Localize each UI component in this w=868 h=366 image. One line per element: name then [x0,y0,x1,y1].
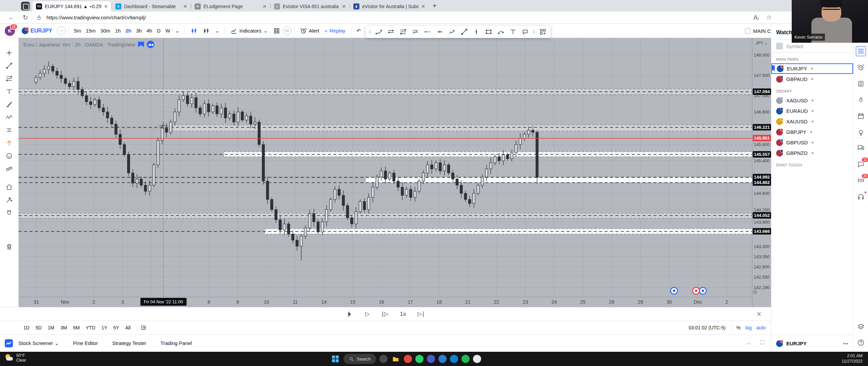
trend-line-icon[interactable] [4,60,15,71]
drag-handle-icon[interactable] [532,27,536,37]
taskbar-notepad-icon[interactable] [473,355,481,363]
axis-currency-label[interactable]: JPY ⌄ [752,41,771,45]
taskbar-spotify-icon[interactable] [461,355,470,363]
parallel-lines-icon[interactable] [385,27,397,37]
fundamentals-button[interactable]: W [283,26,292,35]
collapse-panel-icon[interactable]: ︿ [746,340,752,347]
range-5d[interactable]: 5D [33,324,45,332]
screener-logo-icon[interactable] [5,339,13,347]
taskbar-whatsapp-icon[interactable] [415,355,423,363]
candles-style-icon[interactable] [188,26,200,36]
calendar-icon[interactable] [856,111,866,121]
pattern-icon[interactable] [4,112,15,123]
interval-1h[interactable]: 1h [113,26,123,35]
tab-close-icon[interactable]: ✕ [104,4,108,9]
range-1y[interactable]: 1Y [98,324,110,332]
alert-button[interactable]: Alert [297,26,322,36]
symbol-more-icon[interactable]: ••• [843,341,848,346]
ideas-bulb-icon[interactable] [856,127,866,138]
layers-icon[interactable] [856,322,866,332]
taskbar-weather-widget[interactable]: 50°FClear [5,353,26,363]
zigzag-arrow-icon[interactable] [446,27,458,37]
watchlist-item-xagusd[interactable]: XAGUSD [771,95,853,106]
new-tab-button[interactable]: + [433,2,437,10]
text-tool-icon[interactable] [507,27,519,37]
browser-tab[interactable]: SDashboard - Streamable✕ [112,1,191,12]
read-aloud-icon[interactable]: A) [753,14,759,21]
news-icon[interactable] [856,79,866,89]
taskbar-search[interactable]: Search [343,354,376,364]
fib-trend-icon[interactable] [410,27,421,37]
taskbar-start-icon[interactable] [331,354,340,364]
url-field[interactable]: https://www.tradingview.com/chart/cv9amp… [46,15,146,20]
browser-tab[interactable]: TVEURJPY 144.691 ▲ +0.25% MAI✕ [33,1,111,12]
public-chat-icon[interactable] [856,143,866,153]
replay-close-icon[interactable]: ✕ [756,310,762,318]
grid-add-icon[interactable] [537,27,549,37]
trend-line-icon[interactable] [458,27,470,37]
stock-screener-tab[interactable]: Stock Screener ⌄ [18,340,59,346]
tab-close-icon[interactable]: ✕ [342,4,346,9]
curve-icon[interactable] [495,27,507,37]
private-chat-icon[interactable]: 12 [856,159,866,169]
home-icon[interactable] [4,182,15,192]
rectangle-icon[interactable] [483,27,494,37]
interval-4h[interactable]: 4h [144,26,155,35]
drag-handle-icon[interactable] [368,27,372,37]
interval-dropdown-icon[interactable]: ⌄ [173,26,182,35]
bookmark-star-icon[interactable]: ☆ [766,14,772,21]
range-6m[interactable]: 6M [70,324,83,332]
callout-icon[interactable] [519,27,531,37]
fib-retracement-icon[interactable] [4,73,15,84]
interval-W[interactable]: W [163,26,173,35]
interval-5m[interactable]: 5m [72,26,83,35]
magnet-icon[interactable] [4,207,15,218]
watchlist-item-eurjpy[interactable]: EURJPY [771,63,853,74]
replay-play-icon[interactable]: ▷ [365,310,370,318]
compare-icon[interactable] [200,26,212,36]
active-symbol-row[interactable]: EURJPY ••• [771,335,853,352]
measure-icon[interactable] [4,163,15,174]
taskbar-vscode-icon[interactable] [450,355,458,363]
chart-legend[interactable]: Euro / Japanese Yen · 2h · OANDA · Tradi… [23,41,154,48]
indicators-button[interactable]: Indicators ⌄ [228,26,271,36]
vertical-line-icon[interactable] [471,27,482,37]
watchlist-list-icon[interactable] [856,46,866,56]
cross-line-icon[interactable] [434,27,446,37]
taskbar-teams-icon[interactable] [427,355,435,363]
watchlist-item-xauusd[interactable]: XAUUSD [771,116,853,127]
help-icon[interactable] [856,338,866,348]
range-ytd[interactable]: YTD [83,324,98,332]
replay-rewind-icon[interactable]: ◀◀ [147,41,154,48]
candlestick-plot[interactable] [19,38,752,297]
tab-overview-button[interactable] [21,2,30,11]
browser-tab[interactable]: ▮eVisitor for Australia | Subclass✕ [350,1,429,12]
taskbar-clock[interactable]: 2:01 AM 11/27/2022 [842,353,863,364]
browser-tab[interactable]: ⌕Evisitor VISA 651 australia - Sea✕ [271,1,349,12]
hotlist-flame-icon[interactable] [856,95,866,105]
replay-jump-end-icon[interactable]: ▷∣ [418,310,425,318]
range-all[interactable]: All [122,324,134,332]
pine-editor-tab[interactable]: Pine Editor [73,340,98,346]
replay-speed-button[interactable]: 1x [400,311,406,318]
strategy-tester-tab[interactable]: Strategy Tester [112,340,146,346]
taskbar-chrome-icon[interactable] [404,355,412,363]
watchlist-item-gbpusd[interactable]: GBPUSD [771,137,853,148]
interval-30m[interactable]: 30m [98,26,113,35]
main-chart-checkbox[interactable] [745,28,750,34]
replay-step-forward-icon[interactable]: ∣▷ [381,310,389,318]
axis-settings-gear-icon[interactable] [752,289,771,295]
layout-grid-icon[interactable] [271,26,283,36]
chart-svg[interactable] [19,38,752,297]
chart-clock[interactable]: 03:01:02 (UTC-5) [689,325,726,330]
interval-D[interactable]: D [155,26,163,35]
watchlist-item-gbpjpy[interactable]: GBPJPY [771,127,853,137]
log-scale-button[interactable]: log [745,325,752,330]
trash-icon[interactable] [4,241,15,252]
polyline-icon[interactable] [373,27,384,37]
magic-wand-icon[interactable] [4,195,15,205]
tab-close-icon[interactable]: ✕ [421,4,425,9]
reload-icon[interactable]: ↻ [23,14,28,21]
arrow-up-icon[interactable] [4,138,15,148]
watchlist-item-gbpnzd[interactable]: GBPNZD [771,148,853,158]
